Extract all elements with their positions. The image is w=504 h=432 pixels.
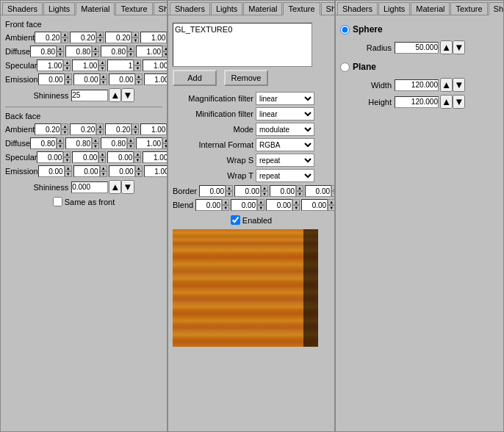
blend-b-input[interactable]	[266, 199, 292, 211]
ambient-front-r: ▲▼	[35, 32, 68, 43]
shininess-back-input[interactable]	[71, 181, 108, 193]
emission-back-a-input[interactable]	[144, 165, 167, 177]
ambient-front-b-up[interactable]: ▲	[132, 32, 139, 37]
sphere-radio[interactable]	[340, 25, 350, 35]
min-filter-select[interactable]: linear	[256, 107, 314, 120]
shininess-front-input[interactable]	[71, 90, 108, 101]
diffuse-back-label: Diffuse	[5, 139, 30, 148]
ambient-front-g-up[interactable]: ▲	[96, 32, 104, 37]
emission-back-b-input[interactable]	[109, 165, 135, 177]
tab-shape-mid[interactable]: Shape	[321, 2, 335, 15]
same-as-front-row: Same as front	[5, 197, 162, 206]
ambient-back-b-input[interactable]	[105, 123, 132, 135]
tab-texture-mid[interactable]: Texture	[283, 2, 320, 15]
ambient-back-g-input[interactable]	[70, 123, 96, 135]
diffuse-back-row: Diffuse ▲▼ ▲▼ ▲▼ ▲▼	[5, 137, 162, 149]
wood-stripe-1	[303, 229, 318, 347]
specular-front-b-input[interactable]	[107, 60, 134, 71]
tab-lights-mid[interactable]: Lights	[211, 2, 242, 15]
emission-front-g-input[interactable]	[73, 73, 100, 85]
mag-filter-select[interactable]: linear	[256, 92, 314, 105]
radius-input[interactable]	[395, 42, 439, 54]
blend-a-input[interactable]	[301, 199, 328, 211]
wrap-t-row: Wrap T repeat	[173, 169, 330, 182]
ambient-back-a-input[interactable]	[140, 123, 167, 135]
mode-row: Mode modulate	[173, 123, 330, 136]
border-a-input[interactable]	[305, 185, 331, 197]
right-tab-bar: Shaders Lights Material Texture Shape	[336, 1, 503, 15]
specular-front-g-input[interactable]	[72, 60, 98, 71]
plane-label: Plane	[353, 62, 376, 72]
tab-lights-left[interactable]: Lights	[43, 2, 75, 15]
specular-front-row: Specular ▲▼ ▲▼ ▲▼ ▲▼	[5, 60, 162, 71]
diffuse-back-b-input[interactable]	[101, 137, 127, 149]
tab-material-left[interactable]: Material	[76, 2, 115, 15]
ambient-front-b-input[interactable]	[105, 32, 132, 43]
mag-filter-row: Magnification filter linear	[173, 92, 330, 105]
wrap-t-select[interactable]: repeat	[256, 169, 314, 182]
tab-shaders-mid[interactable]: Shaders	[170, 2, 210, 15]
specular-back-r-input[interactable]	[37, 151, 63, 163]
ambient-front-r-up[interactable]: ▲	[61, 32, 68, 37]
remove-texture-button[interactable]: Remove	[224, 70, 268, 86]
ambient-back-label: Ambient	[5, 125, 35, 134]
diffuse-back-g-input[interactable]	[65, 137, 92, 149]
tab-shaders-left[interactable]: Shaders	[2, 2, 43, 15]
enabled-label: Enabled	[242, 216, 272, 225]
tab-shape-left[interactable]: Shape	[154, 2, 168, 15]
diffuse-front-label: Diffuse	[5, 47, 30, 56]
diffuse-front-a-input[interactable]	[136, 46, 162, 57]
width-input[interactable]	[395, 79, 439, 91]
ambient-front-g-dn[interactable]: ▼	[96, 37, 104, 43]
ambient-front-a-input[interactable]	[140, 32, 167, 43]
border-b-input[interactable]	[270, 185, 296, 197]
internal-format-select[interactable]: RGBA	[256, 138, 314, 151]
wrap-s-select[interactable]: repeat	[256, 154, 314, 167]
specular-front-r-input[interactable]	[37, 60, 63, 71]
ambient-front-g: ▲▼	[70, 32, 104, 43]
enabled-checkbox[interactable]	[231, 215, 240, 225]
ambient-front-r-dn[interactable]: ▼	[61, 37, 68, 43]
enabled-row: Enabled	[173, 215, 330, 225]
specular-back-b-input[interactable]	[107, 151, 134, 163]
emission-front-r-input[interactable]	[38, 73, 65, 85]
tab-texture-right[interactable]: Texture	[450, 2, 487, 15]
border-g-input[interactable]	[234, 185, 261, 197]
blend-g-input[interactable]	[231, 199, 257, 211]
emission-back-r-input[interactable]	[38, 165, 65, 177]
ambient-front-r-input[interactable]	[35, 32, 61, 43]
mag-filter-label: Magnification filter	[173, 94, 253, 103]
diffuse-front-b-input[interactable]	[101, 46, 127, 57]
ambient-front-b: ▲▼	[105, 32, 139, 43]
specular-back-row: Specular ▲▼ ▲▼ ▲▼ ▲▼	[5, 151, 162, 163]
specular-front-a-input[interactable]	[143, 60, 167, 71]
plane-radio[interactable]	[340, 62, 350, 72]
diffuse-back-r-input[interactable]	[30, 137, 57, 149]
specular-back-a-input[interactable]	[143, 151, 167, 163]
specular-back-g-input[interactable]	[72, 151, 98, 163]
emission-front-a-input[interactable]	[144, 73, 167, 85]
diffuse-front-g-input[interactable]	[65, 46, 92, 57]
ambient-front-b-dn[interactable]: ▼	[132, 37, 139, 43]
tab-lights-right[interactable]: Lights	[378, 2, 410, 15]
tab-material-right[interactable]: Material	[411, 2, 450, 15]
tab-material-mid[interactable]: Material	[243, 2, 282, 15]
border-r-input[interactable]	[199, 185, 226, 197]
emission-front-b-input[interactable]	[109, 73, 135, 85]
mode-select[interactable]: modulate	[256, 123, 314, 136]
tab-shape-right[interactable]: Shape	[489, 2, 504, 15]
diffuse-back-a-input[interactable]	[136, 137, 162, 149]
ambient-front-g-input[interactable]	[70, 32, 96, 43]
tab-texture-left[interactable]: Texture	[115, 2, 152, 15]
emission-back-g-input[interactable]	[73, 165, 100, 177]
add-texture-button[interactable]: Add	[173, 70, 217, 86]
same-as-front-checkbox[interactable]	[53, 197, 62, 206]
height-input[interactable]	[395, 96, 439, 108]
ambient-back-r-input[interactable]	[35, 123, 61, 135]
tab-shaders-right[interactable]: Shaders	[337, 2, 378, 15]
divider-1	[5, 107, 162, 107]
internal-format-label: Internal Format	[173, 140, 253, 149]
diffuse-front-r-input[interactable]	[30, 46, 57, 57]
blend-r-input[interactable]	[195, 199, 222, 211]
height-label: Height	[355, 98, 392, 107]
